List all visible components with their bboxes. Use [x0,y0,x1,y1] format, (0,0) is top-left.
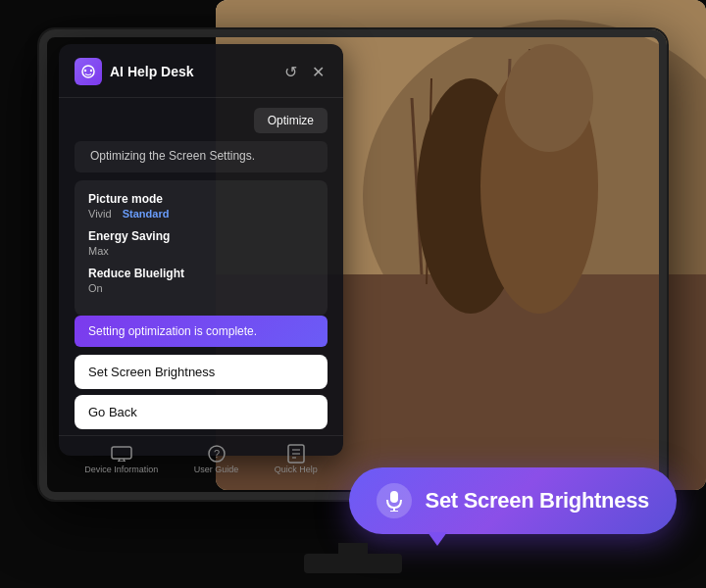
header-controls: ↺ ✕ [280,62,328,81]
set-screen-brightness-button[interactable]: Set Screen Brightness [75,355,328,389]
footer-user-guide[interactable]: ? User Guide [194,446,239,474]
microphone-icon [377,483,412,518]
energy-saving-label: Energy Saving [88,229,314,243]
picture-mode-value: Vivid Standard [88,208,314,220]
quick-help-icon [285,446,307,462]
voice-bubble-text: Set Screen Brightness [426,488,649,514]
panel-title: AI Help Desk [110,64,194,79]
close-button[interactable]: ✕ [308,62,328,81]
help-circle-icon: ? [206,446,227,462]
status-text: Optimizing the Screen Settings. [75,141,328,172]
svg-point-13 [90,70,92,72]
reduce-bluelight-value: On [88,282,314,294]
ai-icon [75,58,102,85]
picture-mode-selected: Standard [123,208,170,220]
svg-rect-14 [112,447,131,459]
monitor-icon [111,446,132,462]
go-back-button[interactable]: Go Back [75,395,328,429]
settings-card: Picture mode Vivid Standard Energy Savin… [75,180,328,316]
footer-quick-help[interactable]: Quick Help [275,446,318,474]
optimize-button[interactable]: Optimize [254,108,328,133]
panel-header: AI Help Desk ↺ ✕ [59,44,343,98]
energy-saving-value: Max [88,245,314,257]
device-info-label: Device Information [84,465,158,474]
svg-text:?: ? [213,448,219,460]
tv-stand-base [304,554,402,573]
quick-help-label: Quick Help [275,465,318,474]
optimization-complete-banner: Setting optimization is complete. [75,316,328,347]
svg-rect-24 [390,491,398,503]
reduce-bluelight-label: Reduce Bluelight [88,267,314,280]
picture-mode-row: Picture mode Vivid Standard [88,192,314,220]
title-group: AI Help Desk [75,58,194,85]
footer-device-info[interactable]: Device Information [84,446,158,474]
voice-bubble: Set Screen Brightness [349,467,677,534]
reset-button[interactable]: ↺ [280,62,300,81]
ai-help-desk-panel: AI Help Desk ↺ ✕ Optimize Optimizing the… [59,44,343,456]
picture-mode-label: Picture mode [88,192,314,206]
user-guide-label: User Guide [194,465,239,474]
panel-footer: Device Information ? User Guide Quick H [59,435,343,486]
picture-mode-active: Vivid [88,208,112,220]
svg-point-11 [82,66,94,77]
svg-point-12 [84,70,86,72]
reduce-bluelight-row: Reduce Bluelight On [88,267,314,294]
energy-saving-row: Energy Saving Max [88,229,314,257]
